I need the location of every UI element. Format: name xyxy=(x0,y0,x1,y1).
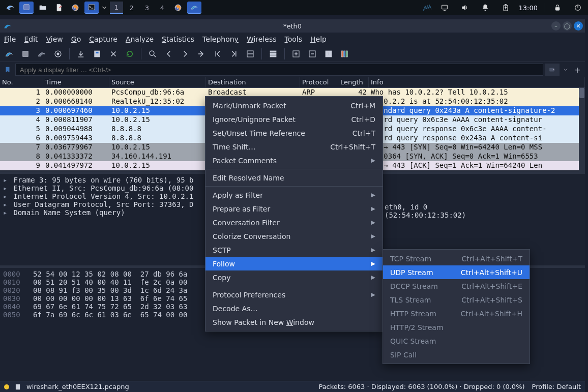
menu-analyze[interactable]: Analyze xyxy=(126,35,154,43)
column-header[interactable]: Destination xyxy=(206,77,300,87)
ctx-decode-as[interactable]: Decode As… xyxy=(205,301,383,315)
ctx-edit-resolved-name[interactable]: Edit Resolved Name xyxy=(205,171,383,185)
packet-list-scrollbar[interactable] xyxy=(579,88,585,171)
filter-dropdown-icon[interactable] xyxy=(562,64,570,76)
open-file-icon[interactable] xyxy=(75,48,87,60)
ctx-mark-unmark-packet[interactable]: Mark/Unmark PacketCtrl+M xyxy=(205,99,383,112)
colorize-icon[interactable] xyxy=(267,48,279,60)
filter-bookmark-icon[interactable] xyxy=(2,64,13,76)
workspace-2[interactable]: 2 xyxy=(125,2,138,14)
statusbar-profile[interactable]: Profile: Default xyxy=(532,383,581,390)
close-file-icon[interactable] xyxy=(107,48,120,60)
start-capture-icon[interactable] xyxy=(3,48,15,60)
menu-statistics[interactable]: Statistics xyxy=(162,35,194,43)
ctx-ignore-unignore-packet[interactable]: Ignore/Unignore PacketCtrl+D xyxy=(205,112,383,126)
taskbar-terminal-dropdown-icon[interactable] xyxy=(101,2,108,14)
taskbar-firefox-icon[interactable] xyxy=(68,2,82,14)
column-header[interactable]: Source xyxy=(109,77,206,87)
menu-view[interactable]: View xyxy=(46,35,63,43)
reload-file-icon[interactable] xyxy=(124,48,136,60)
taskbar-wireshark-running-icon[interactable] xyxy=(187,2,201,14)
menu-telephony[interactable]: Telephony xyxy=(202,35,239,43)
packet-context-menu: Mark/Unmark PacketCtrl+MIgnore/Unignore … xyxy=(205,96,383,331)
workspace-1[interactable]: 1 xyxy=(110,2,123,14)
column-header[interactable]: Info xyxy=(369,77,585,87)
detail-overflow: eth0, id 0 (52:54:00:12:35:02) xyxy=(385,203,466,219)
ctx-copy[interactable]: Copy▶ xyxy=(205,270,383,284)
ctx-protocol-preferences[interactable]: Protocol Preferences▶ xyxy=(205,288,383,301)
workspace-3[interactable]: 3 xyxy=(140,2,154,14)
menu-wireless[interactable]: Wireless xyxy=(247,35,277,43)
taskbar-firefox-running-icon[interactable] xyxy=(171,2,185,14)
follow-submenu: TCP StreamCtrl+Alt+Shift+TUDP StreamCtrl… xyxy=(383,249,530,364)
filter-apply-icon[interactable] xyxy=(545,64,560,76)
go-next-icon[interactable] xyxy=(179,48,191,60)
column-header[interactable]: Time xyxy=(43,77,109,87)
auto-scroll-icon[interactable] xyxy=(244,48,256,60)
window-close-button[interactable]: ✕ xyxy=(574,21,583,31)
go-first-icon[interactable] xyxy=(212,48,224,60)
capture-options-icon[interactable] xyxy=(52,48,64,60)
tray-battery-icon[interactable] xyxy=(498,2,513,14)
packet-list-header[interactable]: No.TimeSourceDestinationProtocolLengthIn… xyxy=(0,77,585,88)
ctx-set-unset-time-reference[interactable]: Set/Unset Time ReferenceCtrl+T xyxy=(205,126,383,140)
svg-rect-0 xyxy=(24,5,30,10)
follow-udp-stream[interactable]: UDP StreamCtrl+Alt+Shift+U xyxy=(383,265,530,279)
menu-help[interactable]: Help xyxy=(310,35,327,43)
follow-sip-call: SIP Call xyxy=(383,348,530,361)
taskbar-editor-icon[interactable] xyxy=(52,2,66,14)
svg-rect-25 xyxy=(346,51,347,57)
column-header[interactable]: No. xyxy=(0,77,43,87)
taskbar-files-icon[interactable] xyxy=(36,2,50,14)
zoom-out-icon[interactable] xyxy=(306,48,318,60)
zoom-in-icon[interactable] xyxy=(290,48,302,60)
tray-lock-icon[interactable] xyxy=(550,2,565,14)
workspace-4[interactable]: 4 xyxy=(156,2,169,14)
menu-edit[interactable]: Edit xyxy=(24,35,38,43)
ctx-time-shift[interactable]: Time Shift…Ctrl+Shift+T xyxy=(205,140,383,154)
restart-capture-icon[interactable] xyxy=(36,48,48,60)
go-to-packet-icon[interactable] xyxy=(195,48,208,60)
follow-quic-stream: QUIC Stream xyxy=(383,334,530,348)
column-header[interactable]: Length xyxy=(338,77,369,87)
titlebar[interactable]: *eth0 – ◯ ✕ xyxy=(0,19,585,33)
taskbar-app-generic[interactable] xyxy=(19,2,34,14)
kali-menu-icon[interactable] xyxy=(3,2,17,14)
window-minimize-button[interactable]: – xyxy=(551,21,561,31)
zoom-reset-icon[interactable]: 1 xyxy=(322,48,335,60)
display-filter-input[interactable] xyxy=(15,64,543,76)
taskbar-terminal-icon[interactable] xyxy=(84,2,99,14)
expert-info-icon[interactable] xyxy=(4,384,9,389)
statusbar-file: wireshark_eth0EEX121.pcapng xyxy=(26,383,129,390)
menu-tools[interactable]: Tools xyxy=(285,35,303,43)
statusbar: wireshark_eth0EEX121.pcapng Packets: 606… xyxy=(0,381,585,392)
tray-volume-icon[interactable] xyxy=(458,2,472,14)
go-last-icon[interactable] xyxy=(228,48,240,60)
ctx-follow[interactable]: Follow▶ xyxy=(205,257,383,270)
tray-notification-icon[interactable] xyxy=(478,2,492,14)
ctx-sctp[interactable]: SCTP▶ xyxy=(205,243,383,257)
column-header[interactable]: Protocol xyxy=(300,77,338,87)
ctx-conversation-filter[interactable]: Conversation Filter▶ xyxy=(205,216,383,229)
menu-go[interactable]: Go xyxy=(71,35,81,43)
go-prev-icon[interactable] xyxy=(163,48,175,60)
stop-capture-icon[interactable] xyxy=(19,48,32,60)
save-file-icon[interactable] xyxy=(91,48,103,60)
ctx-prepare-as-filter[interactable]: Prepare as Filter▶ xyxy=(205,202,383,216)
svg-rect-6 xyxy=(505,4,506,5)
menu-capture[interactable]: Capture xyxy=(89,35,117,43)
tray-power-icon[interactable] xyxy=(571,2,585,14)
svg-rect-17 xyxy=(270,53,276,54)
ctx-packet-comments[interactable]: Packet Comments▶ xyxy=(205,154,383,167)
filter-add-button[interactable]: + xyxy=(572,64,583,76)
ctx-apply-as-filter[interactable]: Apply as Filter▶ xyxy=(205,188,383,202)
svg-rect-23 xyxy=(341,51,343,57)
find-packet-icon[interactable] xyxy=(146,48,159,60)
window-maximize-button[interactable]: ◯ xyxy=(563,21,572,31)
ctx-show-packet-in-new-window[interactable]: Show Packet in New Window xyxy=(205,315,383,329)
menu-file[interactable]: File xyxy=(4,35,16,43)
tray-clock[interactable]: 13:00 xyxy=(519,4,538,12)
tray-display-icon[interactable] xyxy=(437,2,452,14)
ctx-colorize-conversation[interactable]: Colorize Conversation▶ xyxy=(205,229,383,243)
resize-columns-icon[interactable] xyxy=(339,48,351,60)
